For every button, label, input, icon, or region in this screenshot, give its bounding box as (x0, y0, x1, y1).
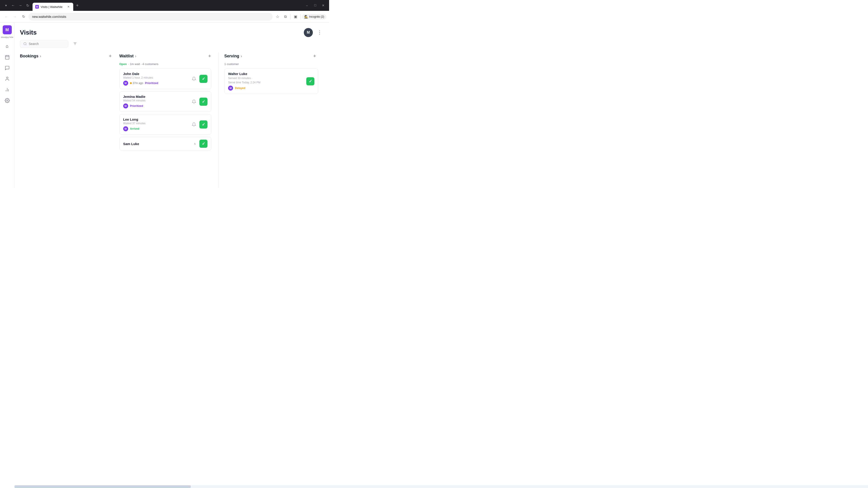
active-tab[interactable]: M Visits | Waitwhile ✕ (33, 3, 73, 11)
waitlist-add-btn[interactable]: + (206, 53, 213, 60)
tab-close-btn[interactable]: ✕ (66, 5, 70, 9)
waitlist-scroll[interactable]: John Dale Waited 1 hour, 2 minutes M 37m… (119, 68, 213, 188)
collapse-btn[interactable]: ∧ (192, 141, 197, 147)
search-input[interactable] (29, 42, 65, 46)
svg-point-8 (6, 100, 8, 101)
svg-line-13 (26, 44, 26, 45)
sidebar-item-users[interactable] (2, 74, 12, 84)
bookings-title: Bookings (20, 54, 38, 59)
page-title: Visits (20, 29, 37, 36)
serving-chevron: › (241, 54, 242, 59)
visit-meta: M 37m ago Prioritized (123, 80, 188, 86)
nav-back-btn[interactable]: ← (3, 13, 10, 20)
visit-name: Jemina Madie (123, 95, 188, 98)
serving-count: 1 customer (224, 62, 318, 66)
waitlist-title-wrap[interactable]: Waitlist › (119, 54, 136, 59)
new-tab-btn[interactable]: + (74, 2, 81, 8)
bell-btn[interactable] (190, 121, 197, 128)
header-right: M ⋮ (304, 28, 324, 37)
visit-meta: M Arrived (123, 126, 188, 131)
analytics-icon (5, 87, 10, 92)
visit-meta: M Prioritized (123, 103, 188, 108)
bell-btn[interactable] (190, 98, 197, 105)
reload-btn[interactable]: ↻ (24, 2, 31, 8)
bookings-column: Bookings › + (20, 53, 119, 188)
sidebar: M Moodjoy7434 ⌂ 🎮 (0, 23, 14, 188)
card-actions: ∧ ✓ (192, 140, 208, 148)
card-actions: ✓ (190, 75, 208, 83)
avatar: M (123, 80, 128, 86)
check-btn[interactable]: ✓ (306, 77, 314, 86)
main-content: Visits M ⋮ Bookings › (14, 23, 329, 188)
bell-btn[interactable] (190, 75, 197, 83)
extensions-btn[interactable]: ⧉ (282, 13, 289, 20)
sidebar-item-settings[interactable] (2, 96, 12, 105)
waitlist-column-header: Waitlist › + (119, 53, 213, 60)
incognito-badge[interactable]: 🕵 Incognito (2) (302, 14, 327, 20)
minimize-btn[interactable]: – (303, 1, 311, 9)
svg-rect-0 (5, 55, 9, 59)
incognito-icon: 🕵 (304, 15, 308, 19)
filter-icon (73, 42, 77, 46)
bookings-title-wrap[interactable]: Bookings › (20, 54, 41, 59)
maximize-btn[interactable]: ☐ (311, 1, 319, 9)
list-item[interactable]: Sam Luke ∧ ✓ (119, 137, 212, 151)
columns-container: Bookings › + Waitlist › + (20, 53, 324, 188)
serving-title-wrap[interactable]: Serving › (224, 54, 242, 59)
forward-btn[interactable]: → (17, 2, 24, 8)
sidebar-item-chat[interactable] (2, 63, 12, 73)
filter-btn[interactable] (71, 40, 79, 48)
nav-forward-btn[interactable]: → (11, 13, 19, 20)
sidebar-item-home[interactable]: ⌂ (2, 41, 12, 51)
check-btn[interactable]: ✓ (199, 121, 208, 129)
time-dot-icon (130, 82, 132, 84)
search-box[interactable] (20, 40, 68, 48)
org-name-label: Moodjoy7434 (0, 36, 14, 39)
visit-card-info: Jemina Madie Waited 54 minutes M Priorit… (123, 95, 188, 108)
check-btn[interactable]: ✓ (199, 75, 208, 83)
sidebar-item-calendar[interactable] (2, 52, 12, 62)
served-duration: Served 33 minutes · (228, 76, 304, 80)
card-actions: ✓ (190, 98, 208, 106)
bell-icon (192, 122, 196, 127)
visit-waited: Waited 1 hour, 2 minutes (123, 76, 188, 79)
visit-card-info: Sam Luke (123, 142, 190, 146)
list-item[interactable]: John Dale Waited 1 hour, 2 minutes M 37m… (119, 68, 212, 89)
nav-reload-btn[interactable]: ↻ (20, 13, 27, 20)
page-header: Visits M ⋮ (20, 23, 324, 40)
address-bar[interactable]: new.waitwhile.com/visits (29, 13, 273, 21)
visit-name: Lee Long (123, 118, 188, 121)
visit-card-info: Lee Long Waited 37 minutes M Arrived (123, 118, 188, 131)
tab-title: Visits | Waitwhile (41, 5, 65, 8)
avatar: M (123, 126, 128, 131)
bookings-column-header: Bookings › + (20, 53, 114, 60)
bookings-add-btn[interactable]: + (107, 53, 114, 60)
more-options-btn[interactable]: ⋮ (315, 29, 324, 37)
bell-icon (192, 76, 196, 81)
visit-card-info: John Dale Waited 1 hour, 2 minutes M 37m… (123, 72, 188, 86)
waitlist-title: Waitlist (119, 54, 133, 59)
bookmark-btn[interactable]: ☆ (274, 13, 281, 20)
chat-icon (5, 66, 10, 70)
user-avatar-btn[interactable]: M (304, 28, 313, 37)
incognito-label: Incognito (2) (309, 15, 324, 18)
list-item[interactable]: Lee Long Waited 37 minutes M Arrived (119, 114, 212, 135)
check-btn[interactable]: ✓ (199, 140, 208, 148)
visit-card-info: Walter Luke Served 33 minutes · Serve ti… (228, 72, 304, 91)
sidebar-item-analytics[interactable] (2, 85, 12, 95)
sidebar-toggle-btn[interactable]: ▣ (292, 13, 299, 20)
bookings-chevron: › (40, 54, 41, 59)
serving-add-btn[interactable]: + (311, 53, 318, 60)
search-filter-bar (20, 40, 324, 48)
sidebar-logo[interactable]: M (3, 25, 12, 34)
tab-bar: M Visits | Waitwhile ✕ + (33, 0, 302, 11)
back-btn[interactable]: ← (10, 2, 16, 8)
close-window-btn[interactable]: ✕ (319, 1, 327, 9)
list-item[interactable]: Walter Luke Served 33 minutes · Serve ti… (224, 68, 318, 94)
visit-meta: M Delayed (228, 86, 304, 91)
avatar: M (123, 103, 128, 108)
search-icon (23, 42, 27, 46)
list-item[interactable]: Jemina Madie Waited 54 minutes M Priorit… (119, 91, 212, 112)
tab-switcher-btn[interactable]: ▾ (3, 2, 9, 8)
check-btn[interactable]: ✓ (199, 98, 208, 106)
